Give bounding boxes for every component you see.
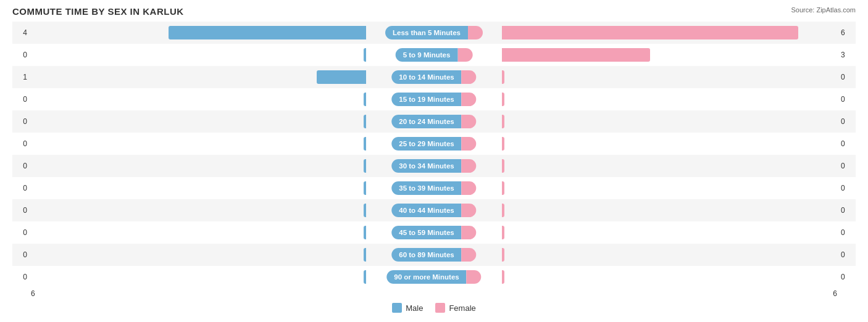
- female-value: 0: [837, 139, 856, 148]
- male-value: 0: [12, 95, 31, 104]
- chart-row: 1 10 to 14 Minutes 0: [12, 66, 856, 88]
- chart-row: 0 30 to 34 Minutes 0: [12, 155, 856, 177]
- female-value: 0: [837, 184, 856, 192]
- legend-female-label: Female: [449, 303, 475, 313]
- legend-female: Female: [435, 303, 475, 313]
- bar-female: [502, 70, 504, 84]
- chart-row: 0 60 to 89 Minutes 0: [12, 244, 856, 266]
- chart-row: 0 40 to 44 Minutes 0: [12, 199, 856, 221]
- chart-row: 0 25 to 29 Minutes 0: [12, 133, 856, 155]
- chart-row: 0 45 to 59 Minutes 0: [12, 221, 856, 244]
- chart-title: COMMUTE TIME BY SEX IN KARLUK: [12, 6, 184, 17]
- bar-male: [364, 48, 366, 62]
- bar-female: [502, 137, 504, 151]
- male-value: 0: [12, 273, 31, 281]
- legend-male: Male: [392, 303, 423, 313]
- bottom-right-label: 6: [833, 289, 837, 298]
- chart-row: 0 90 or more Minutes 0: [12, 266, 856, 288]
- female-value: 0: [837, 273, 856, 281]
- male-value: 0: [12, 228, 31, 237]
- bar-female: [502, 26, 798, 39]
- chart-row: 4 Less than 5 Minutes 6: [12, 22, 856, 44]
- bar-female: [502, 159, 504, 173]
- female-value: 3: [837, 51, 856, 59]
- female-value: 0: [837, 73, 856, 81]
- male-value: 4: [12, 28, 31, 37]
- bar-male: [364, 226, 366, 239]
- female-value: 0: [837, 250, 856, 259]
- bar-female: [502, 115, 504, 128]
- female-value: 6: [837, 28, 856, 37]
- legend-male-box: [392, 303, 402, 313]
- bar-male: [317, 70, 366, 84]
- bar-female: [502, 93, 504, 106]
- bar-female: [502, 270, 504, 284]
- chart-row: 0 35 to 39 Minutes 0: [12, 177, 856, 199]
- male-value: 0: [12, 162, 31, 170]
- bar-female: [502, 248, 504, 262]
- female-value: 0: [837, 206, 856, 215]
- female-value: 0: [837, 228, 856, 237]
- legend-male-label: Male: [406, 303, 423, 313]
- bar-male: [364, 248, 366, 262]
- bar-male: [364, 137, 366, 151]
- bar-male: [364, 270, 366, 284]
- male-value: 0: [12, 51, 31, 59]
- female-value: 0: [837, 95, 856, 104]
- male-value: 0: [12, 184, 31, 192]
- legend-female-box: [435, 303, 445, 313]
- female-value: 0: [837, 117, 856, 126]
- bar-male: [364, 115, 366, 128]
- chart-area: 4 Less than 5 Minutes 6 0: [12, 22, 856, 288]
- chart-row: 0 5 to 9 Minutes 3: [12, 44, 856, 66]
- bar-female: [502, 204, 504, 217]
- bar-male: [364, 204, 366, 217]
- bar-female: [502, 181, 504, 195]
- male-value: 1: [12, 73, 31, 81]
- bar-male: [364, 93, 366, 106]
- bottom-labels: 6 6: [12, 289, 856, 298]
- chart-container: COMMUTE TIME BY SEX IN KARLUK Source: Zi…: [0, 0, 868, 322]
- chart-row: 0 15 to 19 Minutes 0: [12, 88, 856, 110]
- male-value: 0: [12, 117, 31, 126]
- bottom-left-label: 6: [31, 289, 35, 298]
- male-value: 0: [12, 206, 31, 215]
- bar-male: [169, 26, 366, 39]
- legend-row: Male Female: [12, 303, 856, 313]
- bar-female: [502, 48, 650, 62]
- female-value: 0: [837, 162, 856, 170]
- male-value: 0: [12, 250, 31, 259]
- male-value: 0: [12, 139, 31, 148]
- bar-male: [364, 181, 366, 195]
- bar-female: [502, 226, 504, 239]
- title-row: COMMUTE TIME BY SEX IN KARLUK Source: Zi…: [12, 6, 856, 17]
- source-text: Source: ZipAtlas.com: [791, 6, 856, 14]
- bar-male: [364, 159, 366, 173]
- chart-row: 0 20 to 24 Minutes 0: [12, 110, 856, 133]
